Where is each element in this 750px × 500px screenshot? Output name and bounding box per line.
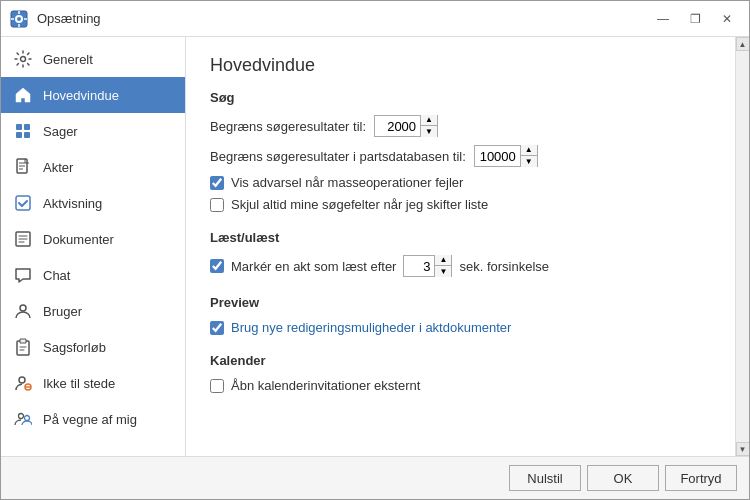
- svg-rect-11: [24, 132, 30, 138]
- sidebar-item-chat[interactable]: Chat: [1, 257, 185, 293]
- soeg-row1-input[interactable]: 2000: [375, 116, 420, 136]
- user-icon: [13, 301, 33, 321]
- svg-point-17: [19, 377, 25, 383]
- soeg-checkbox2-label[interactable]: Skjul altid mine søgefelter når jeg skif…: [231, 197, 488, 212]
- laest-spinner[interactable]: 3 ▲ ▼: [403, 255, 452, 277]
- soeg-row1: Begræns søgeresultater til: 2000 ▲ ▼: [210, 115, 711, 137]
- soeg-section: Søg Begræns søgeresultater til: 2000 ▲ ▼…: [210, 90, 711, 212]
- sidebar-item-sager[interactable]: Sager: [1, 113, 185, 149]
- scroll-down-btn[interactable]: ▼: [736, 442, 750, 456]
- scroll-up-btn[interactable]: ▲: [736, 37, 750, 51]
- soeg-row1-spinner[interactable]: 2000 ▲ ▼: [374, 115, 438, 137]
- kalender-section: Kalender Åbn kalenderinvitationer ekster…: [210, 353, 711, 393]
- kalender-label[interactable]: Åbn kalenderinvitationer eksternt: [231, 378, 420, 393]
- sidebar-item-generelt[interactable]: Generelt: [1, 41, 185, 77]
- sidebar-item-ikke-til-stede[interactable]: Ikke til stede: [1, 365, 185, 401]
- ok-button[interactable]: OK: [587, 465, 659, 491]
- user-away-icon: [13, 373, 33, 393]
- sidebar-item-bruger[interactable]: Bruger: [1, 293, 185, 329]
- page-title: Hovedvindue: [210, 55, 711, 76]
- kalender-checkbox[interactable]: [210, 379, 224, 393]
- soeg-row1-down-btn[interactable]: ▼: [421, 126, 437, 137]
- window-controls: — ❐ ✕: [649, 7, 741, 31]
- soeg-row2-label: Begræns søgeresultater i partsdatabasen …: [210, 149, 466, 164]
- laest-input[interactable]: 3: [404, 256, 434, 276]
- preview-section: Preview Brug nye redigeringsmuligheder i…: [210, 295, 711, 335]
- sidebar-item-akter[interactable]: Akter: [1, 149, 185, 185]
- fortryd-button[interactable]: Fortryd: [665, 465, 737, 491]
- svg-rect-9: [24, 124, 30, 130]
- laest-section: Læst/ulæst Markér en akt som læst efter …: [210, 230, 711, 277]
- check-icon: [13, 193, 33, 213]
- document-icon: [13, 229, 33, 249]
- sidebar: Generelt Hovedvindue: [1, 37, 186, 456]
- laest-up-btn[interactable]: ▲: [435, 255, 451, 266]
- sidebar-label-hovedvindue: Hovedvindue: [43, 88, 119, 103]
- soeg-row2-spinner-btns: ▲ ▼: [520, 145, 537, 167]
- laest-row: Markér en akt som læst efter 3 ▲ ▼ sek. …: [210, 255, 711, 277]
- sidebar-item-sagsforloeb[interactable]: Sagsforløb: [1, 329, 185, 365]
- soeg-row1-label: Begræns søgeresultater til:: [210, 119, 366, 134]
- sidebar-item-dokumenter[interactable]: Dokumenter: [1, 221, 185, 257]
- soeg-row2-input[interactable]: 10000: [475, 146, 520, 166]
- nulstil-button[interactable]: Nulstil: [509, 465, 581, 491]
- maximize-button[interactable]: ❐: [681, 7, 709, 31]
- user-proxy-icon: [13, 409, 33, 429]
- soeg-row2-down-btn[interactable]: ▼: [521, 156, 537, 167]
- soeg-checkbox1[interactable]: [210, 176, 224, 190]
- close-button[interactable]: ✕: [713, 7, 741, 31]
- sidebar-label-ikke-til-stede: Ikke til stede: [43, 376, 115, 391]
- main-content: Hovedvindue Søg Begræns søgeresultater t…: [186, 37, 735, 456]
- preview-checkbox[interactable]: [210, 321, 224, 335]
- laest-down-btn[interactable]: ▼: [435, 266, 451, 277]
- window-title: Opsætning: [37, 11, 649, 26]
- soeg-checkbox1-row: Vis advarsel når masseoperationer fejler: [210, 175, 711, 190]
- sidebar-label-generelt: Generelt: [43, 52, 93, 67]
- preview-title: Preview: [210, 295, 711, 310]
- svg-point-19: [19, 414, 24, 419]
- soeg-row2-spinner[interactable]: 10000 ▲ ▼: [474, 145, 538, 167]
- sidebar-label-bruger: Bruger: [43, 304, 82, 319]
- sidebar-label-akter: Akter: [43, 160, 73, 175]
- sidebar-label-aktvisning: Aktvisning: [43, 196, 102, 211]
- laest-label[interactable]: Markér en akt som læst efter: [231, 259, 396, 274]
- laest-checkbox[interactable]: [210, 259, 224, 273]
- preview-row: Brug nye redigeringsmuligheder i aktdoku…: [210, 320, 711, 335]
- svg-rect-8: [16, 124, 22, 130]
- laest-title: Læst/ulæst: [210, 230, 711, 245]
- soeg-checkbox2-row: Skjul altid mine søgefelter når jeg skif…: [210, 197, 711, 212]
- footer: Nulstil OK Fortryd: [1, 456, 749, 499]
- sidebar-item-hovedvindue[interactable]: Hovedvindue: [1, 77, 185, 113]
- kalender-row: Åbn kalenderinvitationer eksternt: [210, 378, 711, 393]
- soeg-checkbox1-label[interactable]: Vis advarsel når masseoperationer fejler: [231, 175, 463, 190]
- window-icon: [9, 9, 29, 29]
- soeg-checkbox2[interactable]: [210, 198, 224, 212]
- kalender-title: Kalender: [210, 353, 711, 368]
- laest-suffix: sek. forsinkelse: [459, 259, 549, 274]
- title-bar: Opsætning — ❐ ✕: [1, 1, 749, 37]
- soeg-row1-up-btn[interactable]: ▲: [421, 115, 437, 126]
- scrollbar: ▲ ▼: [735, 37, 749, 456]
- minimize-button[interactable]: —: [649, 7, 677, 31]
- doc-icon: [13, 157, 33, 177]
- chat-icon: [13, 265, 33, 285]
- content-area: Generelt Hovedvindue: [1, 37, 749, 456]
- gear-icon: [13, 49, 33, 69]
- sidebar-item-paa-vegne-af-mig[interactable]: På vegne af mig: [1, 401, 185, 437]
- sidebar-label-chat: Chat: [43, 268, 70, 283]
- soeg-row1-spinner-btns: ▲ ▼: [420, 115, 437, 137]
- clipboard-icon: [13, 337, 33, 357]
- svg-point-2: [17, 17, 21, 21]
- grid-icon: [13, 121, 33, 141]
- sidebar-label-dokumenter: Dokumenter: [43, 232, 114, 247]
- sidebar-label-sagsforloeb: Sagsforløb: [43, 340, 106, 355]
- preview-label[interactable]: Brug nye redigeringsmuligheder i aktdoku…: [231, 320, 511, 335]
- settings-window: Opsætning — ❐ ✕ Generelt: [0, 0, 750, 500]
- sidebar-label-paa-vegne-af-mig: På vegne af mig: [43, 412, 137, 427]
- laest-spinner-btns: ▲ ▼: [434, 255, 451, 277]
- soeg-title: Søg: [210, 90, 711, 105]
- svg-point-15: [20, 305, 26, 311]
- soeg-row2: Begræns søgeresultater i partsdatabasen …: [210, 145, 711, 167]
- soeg-row2-up-btn[interactable]: ▲: [521, 145, 537, 156]
- sidebar-item-aktvisning[interactable]: Aktvisning: [1, 185, 185, 221]
